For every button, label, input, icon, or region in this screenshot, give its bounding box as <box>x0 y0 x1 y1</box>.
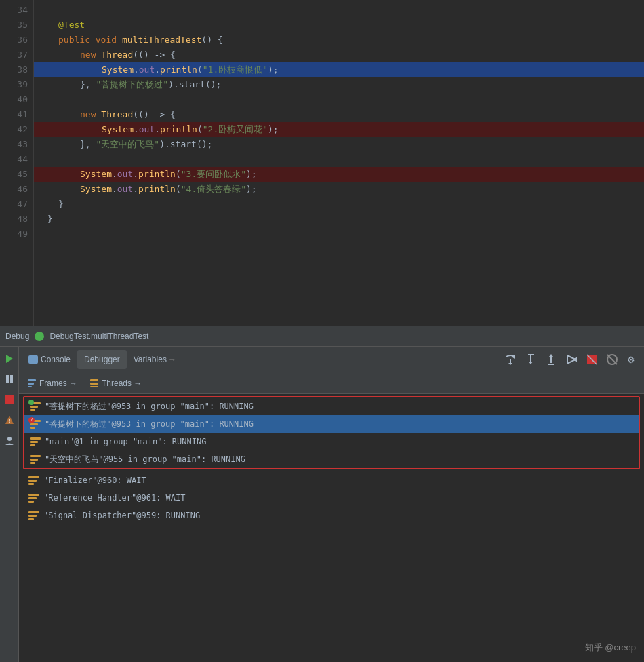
svg-text:⚙: ⚙ <box>627 355 635 365</box>
debugger-tab[interactable]: Debugger <box>77 350 127 369</box>
plain-25: } <box>47 212 53 227</box>
pause-icon <box>5 374 14 384</box>
thread-item-5[interactable]: "Finalizer"@960: WAIT <box>23 471 640 489</box>
code-line-41: new Thread (() -> { <box>34 107 644 122</box>
line-43: 43 <box>3 137 28 152</box>
thread-item-2[interactable]: ✓ "菩提树下的杨过"@953 in group "main": RUNNING <box>24 415 639 433</box>
step-out-icon <box>545 353 557 366</box>
debug-session-name: DebugTest.multiThreadTest <box>49 332 148 341</box>
plain-19: ); <box>246 167 257 182</box>
code-line-37: new Thread (() -> { <box>34 47 644 62</box>
debug-main: Console Debugger Variables → <box>19 347 644 662</box>
session-status-icon <box>35 332 44 341</box>
thread-item-4[interactable]: "天空中的飞鸟"@955 in group "main": RUNNING <box>24 450 639 468</box>
resume-button[interactable] <box>1 351 18 367</box>
warning-button[interactable]: ! <box>1 412 18 428</box>
plain-12: ( <box>197 122 203 137</box>
debug-left-bar: ! <box>0 347 19 662</box>
plain: () { <box>201 33 222 47</box>
toolbar-icons: ⚙ <box>502 351 641 368</box>
line-37: 37 ⚪ <box>3 47 28 62</box>
plain-5: ( <box>197 62 203 77</box>
threads-tab[interactable]: Threads → <box>84 374 147 392</box>
svg-rect-3 <box>5 395 14 404</box>
plain-22: ( <box>176 182 181 197</box>
field-out-1: out <box>139 62 155 77</box>
stop-button[interactable] <box>1 391 18 408</box>
class-thread-2: Thread <box>101 107 133 122</box>
thread-icon-1 <box>30 401 41 412</box>
thread-item-6[interactable]: "Reference Handler"@961: WAIT <box>23 489 640 507</box>
toolbar-separator <box>193 353 193 366</box>
mute-bp-button[interactable] <box>603 351 621 368</box>
thread-text-3: "main"@1 in group "main": RUNNING <box>45 437 206 446</box>
settings-icon: ⚙ <box>626 353 639 366</box>
pause-button[interactable] <box>1 371 18 387</box>
settings-button[interactable]: ⚙ <box>624 351 641 368</box>
plain-7: }, <box>80 77 96 92</box>
system-class-3: System <box>80 167 112 182</box>
svg-rect-24 <box>28 383 34 385</box>
stop-debug-button[interactable] <box>583 351 601 368</box>
step-over-button[interactable] <box>502 351 519 368</box>
thread-text-7: "Signal Dispatcher"@959: RUNNING <box>43 511 200 520</box>
code-line-35: @Test <box>34 18 644 33</box>
green-dot-icon <box>28 400 34 405</box>
annotation-test: @Test <box>58 18 85 33</box>
svg-marker-11 <box>529 362 533 364</box>
plain-11: . <box>155 122 160 137</box>
code-line-46: System . out . println ( "4.倚头答春绿" ); <box>34 182 644 197</box>
step-out-button[interactable] <box>542 351 560 368</box>
svg-rect-27 <box>90 383 98 385</box>
line-42: 42 🔴 <box>3 122 28 137</box>
thread-text-4: "天空中的飞鸟"@955 in group "main": RUNNING <box>45 454 245 465</box>
println-1: println <box>160 62 197 77</box>
thread-text-2: "菩提树下的杨过"@953 in group "main": RUNNING <box>45 418 254 430</box>
system-class-2: System <box>102 122 134 137</box>
field-out-2: out <box>139 122 155 137</box>
frames-tab[interactable]: Frames → <box>22 374 83 392</box>
line-35: 35 <box>3 18 28 33</box>
kw-new-2: new <box>80 107 101 122</box>
step-over-icon <box>504 353 517 366</box>
plain-20: . <box>112 182 117 197</box>
code-line-48: } <box>34 212 644 227</box>
thread-icon-4 <box>30 454 41 465</box>
console-tab[interactable]: Console <box>22 350 77 369</box>
svg-rect-25 <box>28 386 32 387</box>
plain-2: (() -> { <box>133 47 176 62</box>
string-1: "1.卧枝商恨低" <box>203 62 268 77</box>
step-into-button[interactable] <box>522 351 540 368</box>
red-check-icon: ✓ <box>28 417 35 423</box>
println-2: println <box>160 122 197 137</box>
kw-public: public <box>58 33 96 47</box>
thread-item-3[interactable]: "main"@1 in group "main": RUNNING <box>24 433 639 450</box>
avatar-icon <box>5 435 14 445</box>
line-39: 39 <box>3 77 28 92</box>
avatar-button[interactable] <box>1 432 18 448</box>
string-2: "菩提树下的杨过" <box>96 77 168 92</box>
plain-17: . <box>133 167 138 182</box>
plain-15: ).start(); <box>159 137 212 152</box>
plain-9: (() -> { <box>133 107 176 122</box>
code-line-36: public void multiThreadTest () { <box>34 33 644 47</box>
variables-tab[interactable]: Variables → <box>127 350 183 369</box>
line-numbers: 34 35 36 ▶ 37 ⚪ 38 🔴 39 40 41 ⚪ 42 🔴 <box>0 0 34 326</box>
line-44: 44 <box>3 152 28 167</box>
code-line-49 <box>34 227 644 241</box>
debug-label: Debug <box>5 332 29 341</box>
thread-item-7[interactable]: "Signal Dispatcher"@959: RUNNING <box>23 507 640 524</box>
thread-item-1[interactable]: "菩提树下的杨过"@953 in group "main": RUNNING <box>24 397 639 415</box>
plain-13: ); <box>268 122 279 137</box>
line-48: 48 <box>3 212 28 227</box>
threads-icon <box>89 378 99 388</box>
line-36: 36 ▶ <box>3 33 28 47</box>
line-46: 46 <box>3 182 28 197</box>
svg-marker-9 <box>508 363 512 365</box>
stop-icon <box>5 395 14 404</box>
plain-6: ); <box>268 62 279 77</box>
svg-marker-14 <box>549 354 553 357</box>
thread-text-1: "菩提树下的杨过"@953 in group "main": RUNNING <box>45 401 254 412</box>
code-line-39: }, "菩提树下的杨过" ).start(); <box>34 77 644 92</box>
run-to-cursor-button[interactable] <box>563 351 580 368</box>
